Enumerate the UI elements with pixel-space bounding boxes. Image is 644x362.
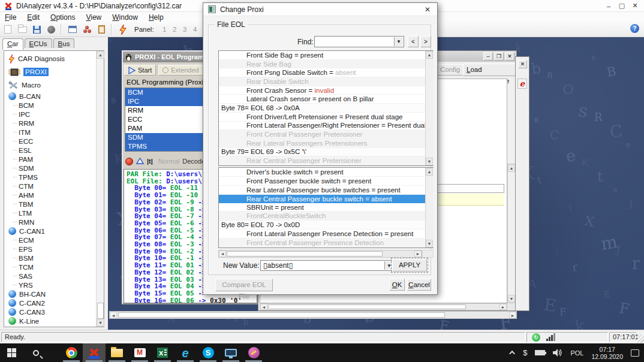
cancel-button[interactable]: Cancel: [407, 279, 431, 291]
currency-tray-icon[interactable]: $: [523, 348, 527, 357]
tree-item-tcm[interactable]: TCM: [5, 263, 96, 272]
scroll-down-icon[interactable]: ▼: [426, 158, 433, 165]
apply-button[interactable]: APPLY: [392, 259, 427, 272]
tree-item-esl[interactable]: ESL: [5, 146, 96, 155]
scroll-left-icon[interactable]: ◄: [260, 304, 267, 310]
taskbar-explorer[interactable]: [106, 343, 128, 362]
tab-car[interactable]: Car: [2, 38, 23, 50]
hidden-icons-chevron[interactable]: [509, 351, 515, 357]
menu-options[interactable]: Options: [50, 13, 75, 22]
menu-file[interactable]: File: [5, 13, 16, 22]
tree-item-bsm[interactable]: BSM: [5, 254, 96, 263]
scroll-down-icon[interactable]: ▼: [97, 319, 104, 327]
timestamp-toggle[interactable]: |t|: [147, 158, 153, 165]
eol-item-row[interactable]: Front Driver/Left Pretensioner = Present…: [219, 113, 433, 122]
panel-number-1[interactable]: 1: [160, 26, 169, 33]
close-icon[interactable]: ✕: [518, 60, 527, 68]
tree-item-pam[interactable]: PAM: [5, 155, 96, 164]
tree-item-yrs[interactable]: YRS: [5, 280, 96, 289]
eol-item-row[interactable]: Rear Central Passenger Pretensioner: [219, 156, 433, 165]
eol-item-row[interactable]: Front Central Passenger Presence Detecti…: [219, 239, 433, 248]
panel-number-2[interactable]: 2: [170, 26, 179, 33]
maximize-icon[interactable]: ▢: [615, 1, 628, 11]
panel-layout-button[interactable]: [66, 23, 79, 36]
panel-number-3[interactable]: 3: [180, 26, 189, 33]
scroll-thumb[interactable]: [97, 303, 104, 319]
byte-header-row[interactable]: Byte 78= EOL 68 -> 0x0A: [219, 104, 433, 113]
eol-item-row[interactable]: Front Psng Disable Switch = absent: [219, 68, 433, 77]
speaker-icon[interactable]: [553, 349, 562, 357]
tree-item-tbm[interactable]: TBM: [5, 200, 96, 209]
tree-item-rmn[interactable]: RMN: [5, 218, 96, 227]
tab-ecus[interactable]: ECUs: [25, 38, 52, 48]
panel-number-4[interactable]: 4: [191, 26, 200, 33]
eol-item-row[interactable]: Front Lateral Passenger/Right Pretension…: [219, 122, 433, 131]
taskbar-search-button[interactable]: [23, 343, 49, 362]
eject-icon[interactable]: [136, 158, 144, 165]
scroll-up-icon[interactable]: ▲: [426, 51, 433, 59]
tree-item-ltm[interactable]: LTM: [5, 209, 96, 218]
eol-item-row[interactable]: Rear Disable Switch: [219, 77, 433, 86]
tree-item-bh-can[interactable]: BH-CAN: [5, 289, 96, 298]
extended-button[interactable]: Extended: [158, 65, 203, 76]
eol-item-row[interactable]: Lateral Crash sensor = present on B pill…: [219, 95, 433, 104]
ok-button[interactable]: OK: [389, 279, 405, 291]
eol-item-row[interactable]: Front Lateral Passenger Presence Detecti…: [219, 230, 433, 239]
eol-item-row[interactable]: SBRUnit = present: [219, 203, 433, 212]
minimize-icon[interactable]: –: [602, 1, 615, 11]
scroll-up-icon[interactable]: ▲: [97, 51, 104, 59]
eol-item-row[interactable]: Rear Central Passenger buckle switch = a…: [219, 195, 433, 203]
clipboard-button[interactable]: [95, 23, 108, 36]
scroll-right-icon[interactable]: ►: [499, 304, 507, 310]
load-xml-par-button[interactable]: Load XML/PAR File: [463, 64, 516, 76]
mdi-hscrollbar[interactable]: ◄ ►: [109, 311, 517, 319]
close-icon[interactable]: ✕: [422, 5, 434, 15]
tree-item-tpms[interactable]: TPMS: [5, 173, 96, 182]
start-button[interactable]: [0, 343, 23, 362]
scroll-left-icon[interactable]: ◄: [110, 312, 117, 318]
help-icon[interactable]: ?: [630, 24, 639, 33]
eol-item-row[interactable]: Rear Side Bag: [219, 60, 433, 69]
new-value-combobox[interactable]: ▯absent▯ ▼: [260, 260, 395, 271]
scroll-right-icon[interactable]: ►: [509, 312, 516, 318]
tree-item-ctm[interactable]: CTM: [5, 182, 96, 191]
taskbar-excel[interactable]: [151, 343, 174, 362]
find-prev-button[interactable]: <: [408, 36, 419, 47]
dialog-hscrollbar[interactable]: ◄ ►: [218, 250, 422, 258]
eol-hscrollbar[interactable]: ◄ ►: [260, 303, 507, 310]
tab-bus[interactable]: Bus: [53, 38, 75, 48]
scroll-right-icon[interactable]: ►: [414, 251, 422, 257]
dialog-titlebar[interactable]: Change Proxi ✕: [203, 3, 437, 16]
eol-item-row[interactable]: Rear Lateral Passenger buckle switches =…: [219, 186, 433, 195]
list2-scrollbar[interactable]: ▲ ▼: [425, 168, 434, 248]
eol-list-upper[interactable]: Front Side Bag = presentRear Side BagFro…: [218, 50, 434, 166]
tree-item-sdm[interactable]: SDM: [5, 164, 96, 173]
menu-help[interactable]: Help: [149, 13, 164, 22]
tree-item-macro[interactable]: Macro: [5, 79, 96, 92]
tree-scrollbar[interactable]: ▲ ▼: [96, 51, 104, 327]
notification-center-icon[interactable]: [631, 349, 639, 357]
config-button[interactable]: Config: [436, 64, 464, 76]
tree-item-ecm[interactable]: ECM: [5, 236, 96, 245]
close-icon[interactable]: ✕: [628, 1, 642, 11]
tree-item-c-can1[interactable]: C-CAN1: [5, 227, 96, 236]
tree-item-k-line[interactable]: K-Line: [5, 316, 96, 325]
taskbar-skype[interactable]: S: [197, 343, 219, 362]
eol-item-row[interactable]: Front Central Passenger Pretensioner: [219, 130, 433, 139]
tree-item-itm[interactable]: ITM: [5, 128, 96, 137]
tree-item-ahm[interactable]: AHM: [5, 191, 96, 200]
e-icon[interactable]: e: [517, 79, 527, 89]
open-file-button[interactable]: [16, 23, 29, 36]
eol-item-row[interactable]: Driver's buckle switch = present: [219, 168, 433, 177]
menu-view[interactable]: View: [86, 13, 101, 22]
menu-edit[interactable]: Edit: [27, 13, 40, 22]
taskbar-clock[interactable]: 07:17 12.09.2020: [591, 346, 623, 360]
connector-button[interactable]: [80, 23, 94, 36]
menu-window[interactable]: Window: [112, 13, 138, 22]
taskbar-chrome[interactable]: [60, 343, 83, 362]
scroll-thumb[interactable]: [118, 312, 445, 318]
resize-grip[interactable]: [636, 335, 644, 343]
tree-item-eps[interactable]: EPS: [5, 245, 96, 254]
taskbar-ie[interactable]: e: [174, 343, 197, 362]
eol-item-row[interactable]: Front Crash Sensor = invalid: [219, 86, 433, 95]
